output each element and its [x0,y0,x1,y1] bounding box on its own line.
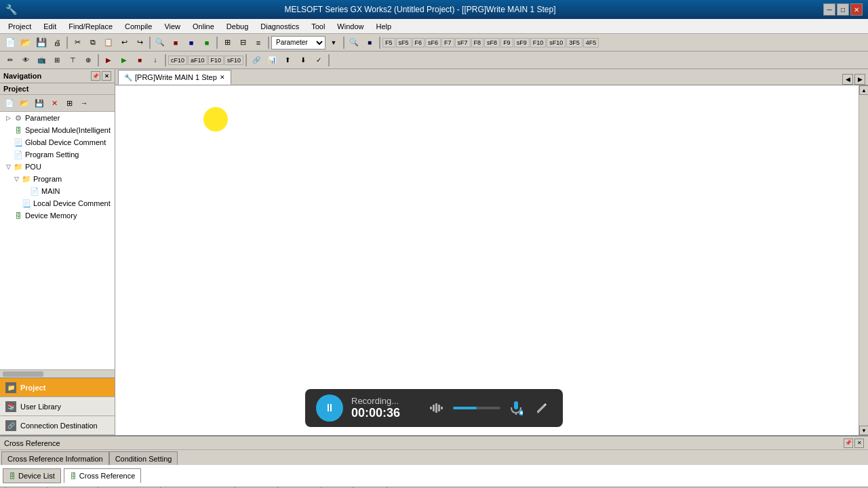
expand-icon-program[interactable]: ▽ [12,175,20,183]
tb-btn6[interactable]: ≡ [251,35,266,50]
proj-btn6[interactable]: → [77,96,91,110]
menu-compile[interactable]: Compile [119,21,157,32]
mic-icon[interactable] [506,398,526,418]
tree-item-global-device-comment[interactable]: 📃 Global Device Comment [3,136,115,148]
sf8-btn[interactable]: sF8 [484,38,500,47]
f9-btn[interactable]: F9 [500,38,513,47]
bottom-cross-reference-tab[interactable]: 🗄 Cross Reference [64,468,142,483]
tree-area[interactable]: ▷ ⚙ Parameter 🗄 Special Module(Intellige… [0,112,115,369]
expand-icon-pou[interactable]: ▽ [4,163,12,171]
sf7-btn[interactable]: sF7 [455,38,471,47]
tb-btn3[interactable]: ■ [199,35,214,50]
ladder-btn[interactable]: ⊞ [50,53,64,68]
sf5-btn[interactable]: sF5 [396,38,412,47]
tb-btn1[interactable]: ■ [168,35,183,50]
bottom-device-list-tab[interactable]: 🗄 Device List [3,468,61,483]
find-button[interactable]: 🔍 [153,35,167,50]
restore-button[interactable]: □ [837,3,849,16]
tree-item-special-module[interactable]: 🗄 Special Module(Intelligent [3,124,115,136]
tree-item-program-setting[interactable]: 📄 Program Setting [3,148,115,161]
f7-btn[interactable]: F7 [441,38,454,47]
verify-btn[interactable]: ✓ [311,53,326,68]
volume-bar[interactable] [453,407,500,409]
F10-btn[interactable]: F10 [208,56,224,65]
tb-btn4[interactable]: ⊞ [220,35,235,50]
sf6-btn[interactable]: sF6 [425,38,441,47]
tree-item-local-device-comment[interactable]: 📃 Local Device Comment [11,197,115,209]
tree-item-main[interactable]: 📄 MAIN [19,185,115,197]
nav-section-user-library[interactable]: 📚 User Library [0,397,115,416]
bottom-tab-cross-ref-info[interactable]: Cross Reference Information [1,451,109,465]
copy-button[interactable]: ⧉ [85,35,100,50]
tab-nav-left[interactable]: ◀ [842,74,853,85]
expand-icon-special[interactable] [4,126,12,134]
proj-save-btn[interactable]: 💾 [33,96,46,110]
tree-item-pou[interactable]: ▽ 📁 POU [3,161,115,173]
expand-icon-ldc[interactable] [12,199,20,207]
tab-main-prg[interactable]: 🔧 [PRG]Write MAIN 1 Step ✕ [118,70,231,85]
proj-new-btn[interactable]: 📄 [3,96,16,110]
pause-button[interactable]: ⏸ [316,394,343,422]
undo-button[interactable]: ↩ [117,35,132,50]
proj-open-btn[interactable]: 📂 [18,96,31,110]
zoom-in-btn[interactable]: ⊕ [81,53,96,68]
nav-section-project[interactable]: 📁 Project [0,378,115,397]
sf10-btn[interactable]: sF10 [547,38,566,47]
tb-btn2[interactable]: ■ [184,35,199,50]
tree-item-parameter[interactable]: ▷ ⚙ Parameter [3,112,115,124]
menu-view[interactable]: View [159,21,186,32]
nav-pin-button[interactable]: 📌 [91,71,100,81]
tree-item-program[interactable]: ▽ 📁 Program [11,173,115,185]
cF10-btn[interactable]: cF10 [168,56,187,65]
tb-btn7[interactable]: ■ [362,35,377,50]
write-mode-btn[interactable]: ✏ [3,53,18,68]
3f5-btn[interactable]: 3F5 [566,38,583,47]
f5-btn[interactable]: F5 [382,38,395,47]
sf9-btn[interactable]: sF9 [514,38,530,47]
save-button[interactable]: 💾 [34,35,49,50]
expand-icon-main[interactable] [20,187,28,195]
menu-find-replace[interactable]: Find/Replace [63,21,118,32]
redo-button[interactable]: ↪ [132,35,147,50]
menu-edit[interactable]: Edit [38,21,62,32]
nav-scroll-bar[interactable] [0,369,115,378]
expand-icon-dm[interactable] [4,211,12,220]
f8-btn[interactable]: F8 [471,38,484,47]
zoom-button[interactable]: 🔍 [347,35,361,50]
proj-btn5[interactable]: ⊞ [62,96,76,110]
contact-btn[interactable]: ⊤ [65,53,80,68]
menu-window[interactable]: Window [332,21,369,32]
parameter-dropdown[interactable]: Parameter [271,36,326,49]
f10-btn[interactable]: F10 [530,38,547,47]
write-plc-btn[interactable]: ⬆ [280,53,295,68]
stop-btn[interactable]: ■ [132,53,147,68]
dropdown-arrow[interactable]: ▼ [326,35,341,50]
tab-nav-right[interactable]: ▶ [854,74,865,85]
scroll-down-btn[interactable]: ▼ [859,426,868,435]
waveform-icon[interactable] [427,398,448,418]
read-plc-btn[interactable]: ⬇ [296,53,311,68]
print-button[interactable]: 🖨 [50,35,64,50]
bottom-panel-pin[interactable]: 📌 [844,439,853,448]
open-button[interactable]: 📂 [18,35,33,50]
bottom-panel-close[interactable]: ✕ [854,439,864,448]
tb-btn5[interactable]: ⊟ [235,35,250,50]
monitor-mode-btn[interactable]: 📺 [34,53,49,68]
menu-tool[interactable]: Tool [306,21,330,32]
expand-icon-ps[interactable] [4,150,12,159]
connection-btn[interactable]: 🔗 [249,53,264,68]
minimize-button[interactable]: ─ [823,3,835,16]
close-button[interactable]: ✕ [850,3,863,16]
menu-help[interactable]: Help [370,21,397,32]
menu-debug[interactable]: Debug [221,21,254,32]
4f5-btn[interactable]: 4F5 [583,38,599,47]
menu-project[interactable]: Project [3,21,37,32]
compile-btn[interactable]: ▶ [101,53,116,68]
debug-btn[interactable]: ▶ [117,53,132,68]
nav-section-connection-destination[interactable]: 🔗 Connection Destination [0,416,115,435]
paste-button[interactable]: 📋 [101,35,116,50]
nav-close-button[interactable]: ✕ [102,71,111,81]
scroll-track-v[interactable] [859,95,868,426]
bottom-tab-condition-setting[interactable]: Condition Setting [109,451,178,465]
tab-close-main-prg[interactable]: ✕ [220,74,225,81]
